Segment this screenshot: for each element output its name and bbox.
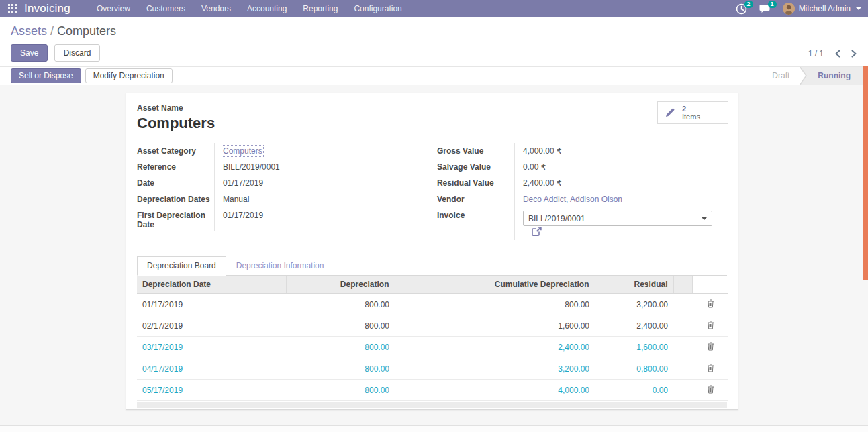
pager-previous-icon[interactable] — [834, 50, 840, 58]
avatar — [783, 3, 795, 15]
breadcrumb-assets-link[interactable]: Assets — [11, 24, 47, 38]
nav-menu-configuration[interactable]: Configuration — [346, 0, 409, 17]
field-salvage-value: Salvage Value 0.00 ₹ — [437, 159, 727, 175]
cell-residual[interactable]: 1,600.00 — [595, 337, 673, 358]
cell-residual[interactable]: 0,800.00 — [595, 358, 673, 380]
invoice-label: Invoice — [437, 207, 514, 223]
vendor-value-link[interactable]: Deco Addict, Addison Olson — [523, 195, 622, 204]
scrollbar-indicator[interactable] — [863, 66, 868, 280]
form-view: Asset Name Computers 2 Items Asset Categ… — [0, 85, 868, 432]
nav-menu-reporting[interactable]: Reporting — [295, 0, 345, 17]
reference-label: Reference — [137, 159, 214, 175]
table-header-row: Depreciation Date Depreciation Cumulativ… — [137, 276, 728, 294]
cell-depreciation[interactable]: 800.00 — [286, 337, 395, 358]
user-menu[interactable]: Mitchell Admin — [783, 3, 861, 15]
asset-category-value[interactable]: Computers — [223, 146, 262, 156]
cell-cumulative[interactable]: 4,000.00 — [395, 380, 595, 401]
col-depreciation-date[interactable]: Depreciation Date — [137, 276, 286, 294]
nav-menu-accounting[interactable]: Accounting — [240, 0, 294, 17]
field-invoice: Invoice BILL/2019/0001 — [437, 207, 727, 240]
cell-date[interactable]: 05/17/2019 — [137, 380, 286, 401]
cell-depreciation[interactable]: 800.00 — [286, 294, 395, 315]
depreciation-dates-value[interactable]: Manual — [214, 191, 432, 207]
delete-row-button[interactable] — [692, 358, 728, 380]
date-label: Date — [137, 175, 214, 191]
nav-menu-customers[interactable]: Customers — [139, 0, 193, 17]
cell-residual[interactable]: 2,400.00 — [595, 315, 673, 337]
first-depreciation-date-value[interactable]: 01/17/2019 — [214, 207, 432, 231]
cell-cumulative[interactable]: 800.00 — [395, 294, 595, 315]
col-cumulative-depreciation[interactable]: Cumulative Depreciation — [395, 276, 595, 294]
salvage-value-value[interactable]: 0.00 ₹ — [514, 159, 727, 175]
table-row[interactable]: 05/17/2019 800.00 4,000.00 0.00 — [137, 380, 728, 401]
external-link-icon[interactable] — [531, 226, 542, 237]
cell-date[interactable]: 01/17/2019 — [137, 294, 286, 315]
reference-value[interactable]: BILL/2019/0001 — [214, 159, 432, 175]
control-panel: Assets/Computers Save Discard 1 / 1 — [0, 17, 868, 66]
page-bottom-divider — [0, 425, 868, 432]
pager-next-icon[interactable] — [851, 50, 857, 58]
apps-menu-icon[interactable] — [8, 4, 17, 13]
messages-icon[interactable]: 1 — [759, 3, 771, 15]
delete-row-button[interactable] — [692, 337, 728, 358]
pager: 1 / 1 — [808, 49, 857, 58]
date-value[interactable]: 01/17/2019 — [214, 175, 432, 191]
cell-cumulative[interactable]: 1,600.00 — [395, 315, 595, 337]
activity-count-badge: 2 — [744, 1, 753, 8]
trash-icon — [707, 299, 714, 308]
breadcrumb-separator: / — [50, 24, 54, 38]
salvage-value-label: Salvage Value — [437, 159, 514, 175]
statusbar-arrow — [800, 67, 807, 85]
cell-cumulative[interactable]: 3,200.00 — [395, 358, 595, 380]
invoice-select[interactable]: BILL/2019/0001 — [523, 211, 712, 226]
tab-depreciation-information[interactable]: Depreciation Information — [226, 256, 334, 276]
sell-or-dispose-button[interactable]: Sell or Dispose — [11, 68, 81, 83]
top-navbar: Invoicing Overview Customers Vendors Acc… — [0, 0, 868, 17]
residual-value-value[interactable]: 2,400.00 ₹ — [514, 175, 727, 191]
cell-date[interactable]: 04/17/2019 — [137, 358, 286, 380]
col-status — [673, 276, 692, 294]
pager-count: 1 / 1 — [808, 49, 824, 58]
discard-button[interactable]: Discard — [54, 44, 101, 62]
cell-date[interactable]: 02/17/2019 — [137, 315, 286, 337]
nav-menu-overview[interactable]: Overview — [89, 0, 138, 17]
items-stat-button[interactable]: 2 Items — [657, 101, 728, 124]
field-first-depreciation-date: First Depreciation Date 01/17/2019 — [137, 207, 432, 233]
table-row[interactable]: 01/17/2019 800.00 800.00 3,200.00 — [137, 294, 728, 315]
col-depreciation[interactable]: Depreciation — [286, 276, 395, 294]
first-depreciation-date-label: First Depreciation Date — [137, 207, 214, 233]
field-asset-category: Asset Category Computers — [137, 143, 432, 159]
cell-cumulative[interactable]: 2,400.00 — [395, 337, 595, 358]
trash-icon — [707, 342, 714, 351]
gross-value-value[interactable]: 4,000.00 ₹ — [514, 143, 727, 159]
delete-row-button[interactable] — [692, 294, 728, 315]
cell-depreciation[interactable]: 800.00 — [286, 358, 395, 380]
delete-row-button[interactable] — [692, 380, 728, 401]
delete-row-button[interactable] — [692, 315, 728, 337]
table-row[interactable]: 03/17/2019 800.00 2,400.00 1,600.00 — [137, 337, 728, 358]
asset-name-label: Asset Name — [137, 103, 727, 113]
save-button[interactable]: Save — [11, 44, 48, 62]
tab-depreciation-board[interactable]: Depreciation Board — [137, 256, 226, 276]
cell-date[interactable]: 03/17/2019 — [137, 337, 286, 358]
table-row[interactable]: 02/17/2019 800.00 1,600.00 2,400.00 — [137, 315, 728, 337]
cell-residual[interactable]: 3,200.00 — [595, 294, 673, 315]
cell-residual[interactable]: 0.00 — [595, 380, 673, 401]
field-depreciation-dates: Depreciation Dates Manual — [137, 191, 432, 207]
asset-name-title[interactable]: Computers — [137, 115, 727, 132]
user-name: Mitchell Admin — [799, 4, 851, 13]
field-column-left: Asset Category Computers Reference BILL/… — [137, 143, 432, 240]
field-residual-value: Residual Value 2,400.00 ₹ — [437, 175, 727, 191]
nav-menu-vendors[interactable]: Vendors — [194, 0, 238, 17]
asset-category-label: Asset Category — [137, 143, 214, 159]
col-residual[interactable]: Residual — [595, 276, 673, 294]
app-title[interactable]: Invoicing — [24, 2, 70, 15]
table-row[interactable]: 04/17/2019 800.00 3,200.00 0,800.00 — [137, 358, 728, 380]
depreciation-table: Depreciation Date Depreciation Cumulativ… — [137, 276, 728, 401]
cell-depreciation[interactable]: 800.00 — [286, 380, 395, 401]
vendor-label: Vendor — [437, 191, 514, 207]
cell-depreciation[interactable]: 800.00 — [286, 315, 395, 337]
activities-icon[interactable]: 2 — [736, 3, 747, 15]
modify-depreciation-button[interactable]: Modify Depreciation — [85, 68, 173, 83]
state-draft[interactable]: Draft — [761, 67, 800, 85]
